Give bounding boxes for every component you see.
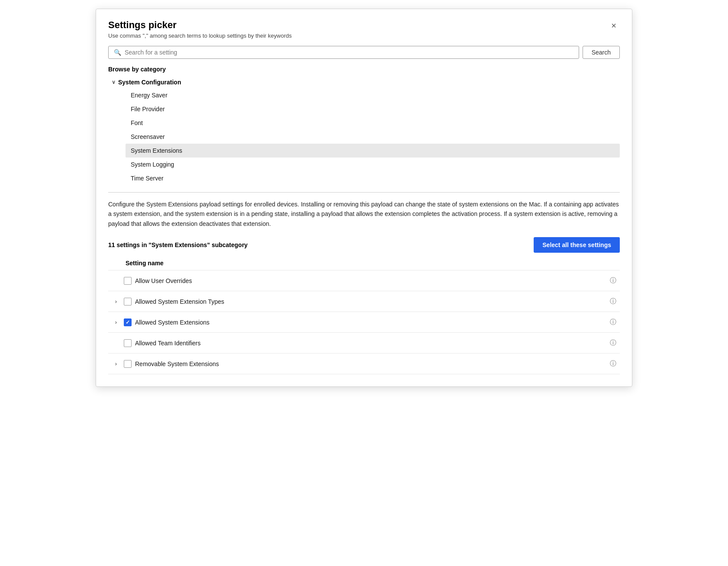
search-input[interactable]: [125, 49, 573, 56]
dialog-title: Settings picker: [108, 19, 292, 31]
subcategory-item-screensaver[interactable]: Screensaver: [126, 130, 620, 144]
browse-label: Browse by category: [108, 66, 620, 73]
setting-row-allowed-team-identifiers: Allowed Team Identifiers ⓘ: [108, 333, 620, 354]
settings-list: Allow User Overrides ⓘ › Allowed System …: [108, 270, 620, 374]
category-header-system-configuration[interactable]: ∨ System Configuration: [108, 76, 620, 88]
search-icon: 🔍: [114, 49, 121, 56]
subcategory-item-energy-saver[interactable]: Energy Saver: [126, 88, 620, 102]
dialog-header: Settings picker Use commas "," among sea…: [108, 19, 620, 39]
search-input-wrapper: 🔍: [108, 46, 579, 59]
setting-name-allowed-system-extensions: Allowed System Extensions: [135, 319, 606, 326]
dialog-subtitle: Use commas "," among search terms to loo…: [108, 32, 292, 39]
settings-picker-dialog: Settings picker Use commas "," among sea…: [96, 9, 632, 387]
checkbox-allowed-system-extension-types[interactable]: [124, 298, 132, 306]
setting-name-column-header: Setting name: [108, 260, 620, 267]
setting-row-removable-system-extensions: › Removable System Extensions ⓘ: [108, 354, 620, 374]
setting-name-allowed-system-extension-types: Allowed System Extension Types: [135, 298, 606, 305]
description-text: Configure the System Extensions payload …: [108, 199, 620, 228]
dialog-title-section: Settings picker Use commas "," among sea…: [108, 19, 292, 39]
checkbox-allowed-system-extensions[interactable]: [124, 318, 132, 326]
close-button[interactable]: ×: [608, 19, 620, 32]
subcategory-item-font[interactable]: Font: [126, 116, 620, 130]
setting-row-allowed-system-extension-types: › Allowed System Extension Types ⓘ: [108, 291, 620, 312]
info-icon-removable-system-extensions[interactable]: ⓘ: [610, 360, 616, 368]
subcategory-item-system-logging[interactable]: System Logging: [126, 158, 620, 171]
search-row: 🔍 Search: [108, 46, 620, 59]
settings-count-label: 11 settings in "System Extensions" subca…: [108, 241, 248, 248]
category-label: System Configuration: [118, 79, 181, 86]
section-divider: [108, 192, 620, 193]
setting-name-allowed-team-identifiers: Allowed Team Identifiers: [135, 340, 606, 347]
checkbox-allowed-team-identifiers[interactable]: [124, 339, 132, 347]
search-button[interactable]: Search: [583, 46, 620, 59]
setting-row-allowed-system-extensions: › Allowed System Extensions ⓘ: [108, 312, 620, 333]
info-icon-allowed-system-extension-types[interactable]: ⓘ: [610, 297, 616, 306]
settings-count-row: 11 settings in "System Extensions" subca…: [108, 237, 620, 253]
expand-button-removable-system-extensions[interactable]: ›: [112, 360, 120, 367]
subcategory-list: Energy Saver File Provider Font Screensa…: [108, 88, 620, 185]
subcategory-item-file-provider[interactable]: File Provider: [126, 102, 620, 116]
category-section: ∨ System Configuration Energy Saver File…: [108, 76, 620, 185]
info-icon-allowed-system-extensions[interactable]: ⓘ: [610, 318, 616, 326]
select-all-button[interactable]: Select all these settings: [534, 237, 620, 253]
setting-row-allow-user-overrides: Allow User Overrides ⓘ: [108, 270, 620, 291]
setting-name-allow-user-overrides: Allow User Overrides: [135, 277, 606, 284]
checkbox-removable-system-extensions[interactable]: [124, 360, 132, 368]
expand-button-allowed-system-extensions[interactable]: ›: [112, 319, 120, 325]
subcategory-item-system-extensions[interactable]: System Extensions: [126, 144, 620, 158]
expand-button-allowed-system-extension-types[interactable]: ›: [112, 298, 120, 305]
chevron-down-icon: ∨: [112, 79, 116, 85]
info-icon-allow-user-overrides[interactable]: ⓘ: [610, 277, 616, 285]
setting-name-removable-system-extensions: Removable System Extensions: [135, 360, 606, 367]
subcategory-item-time-server[interactable]: Time Server: [126, 171, 620, 185]
info-icon-allowed-team-identifiers[interactable]: ⓘ: [610, 339, 616, 347]
checkbox-allow-user-overrides[interactable]: [124, 277, 132, 285]
